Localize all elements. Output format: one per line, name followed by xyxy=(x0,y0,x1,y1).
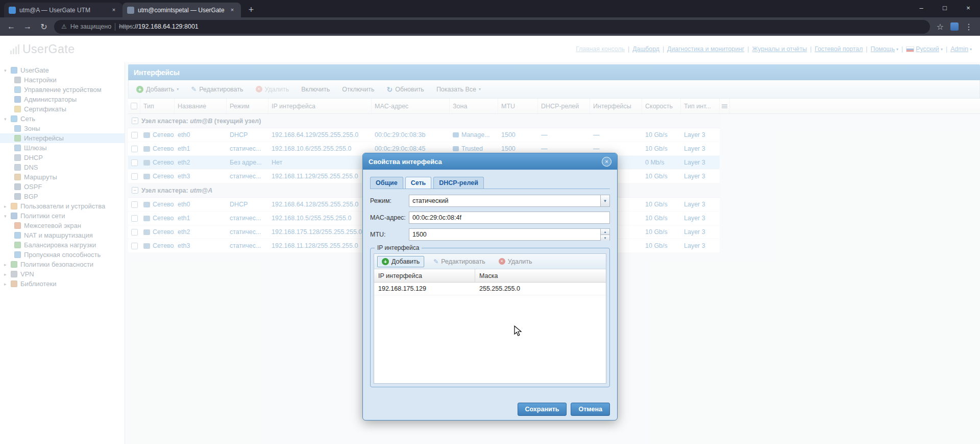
column-header[interactable]: MTU xyxy=(498,99,538,113)
bookmark-star-icon[interactable]: ☆ xyxy=(934,22,946,32)
delete-button[interactable]: ×Удалить xyxy=(252,84,293,95)
dialog-close-icon[interactable]: × xyxy=(602,157,611,167)
spinner-up-icon[interactable]: ▴ xyxy=(601,229,609,235)
tree-expander-icon[interactable]: ▸ xyxy=(4,282,11,287)
tab-close-icon[interactable]: × xyxy=(110,6,118,14)
row-checkbox[interactable] xyxy=(131,229,138,236)
column-header[interactable]: Название xyxy=(175,99,227,113)
sidebar-item[interactable]: Управление устройством xyxy=(0,85,125,95)
select-all-checkbox[interactable] xyxy=(131,103,137,109)
browser-tab-1[interactable]: utm@A — UserGate UTM × xyxy=(4,3,122,17)
sidebar-item[interactable]: Настройки xyxy=(0,75,125,85)
top-nav-link[interactable]: Главная консоль xyxy=(576,45,625,53)
maximize-button[interactable]: □ xyxy=(933,0,957,15)
mode-select[interactable]: статический ▾ xyxy=(409,195,610,207)
top-nav-link[interactable]: Диагностика и мониторинг xyxy=(667,45,744,53)
mac-input[interactable]: 00:0c:29:0c:08:4f xyxy=(409,212,610,224)
tree-expander-icon[interactable]: ▾ xyxy=(4,116,11,122)
row-checkbox[interactable] xyxy=(131,146,138,152)
sidebar-item[interactable]: BGP xyxy=(0,192,125,201)
sidebar-item[interactable]: Балансировка нагрузки xyxy=(0,240,125,250)
cancel-button[interactable]: Отмена xyxy=(571,403,610,416)
top-nav-link[interactable]: Дашборд xyxy=(632,45,659,53)
column-header[interactable]: Интерфейсы xyxy=(590,99,642,113)
reload-icon[interactable]: ↻ xyxy=(38,22,50,32)
dialog-header[interactable]: Свойства интерфейса × xyxy=(363,153,617,170)
sidebar-item[interactable]: ▸VPN xyxy=(0,269,125,279)
top-nav-link[interactable]: Журналы и отчёты xyxy=(752,45,807,53)
close-window-button[interactable]: × xyxy=(957,0,980,15)
extension-icon[interactable] xyxy=(950,22,959,31)
table-row[interactable]: Сетево...eth0DHCP192.168.64.129/255.255.… xyxy=(128,128,720,142)
sidebar-item[interactable]: DHCP xyxy=(0,153,125,162)
sidebar-item[interactable]: Шлюзы xyxy=(0,143,125,153)
forward-icon[interactable]: → xyxy=(21,22,34,31)
chevron-down-icon[interactable]: ▾ xyxy=(600,195,609,206)
sidebar-item[interactable]: ▸Библиотеки xyxy=(0,279,125,289)
add-button[interactable]: +Добавить▾ xyxy=(132,84,183,95)
row-checkbox[interactable] xyxy=(131,201,138,208)
url-bar[interactable]: ⚠ Не защищено https://192.168.64.129:800… xyxy=(54,20,930,34)
row-checkbox[interactable] xyxy=(131,132,138,138)
row-checkbox[interactable] xyxy=(131,159,138,166)
top-nav-link[interactable]: Admin▾ xyxy=(950,45,972,53)
sidebar-item[interactable]: Пропускная способность xyxy=(0,250,125,260)
edit-button[interactable]: ✎Редактировать xyxy=(187,83,247,95)
ip-add-button[interactable]: +Добавить xyxy=(377,256,424,267)
sidebar-item[interactable]: Маршруты xyxy=(0,172,125,182)
tree-expander-icon[interactable]: ▾ xyxy=(4,214,11,219)
sidebar-item[interactable]: NAT и маршрутизация xyxy=(0,230,125,240)
column-header[interactable]: Режим xyxy=(227,99,268,113)
tree-expander-icon[interactable]: ▾ xyxy=(4,68,11,73)
column-header[interactable]: Скорость xyxy=(642,99,681,113)
refresh-button[interactable]: ↻Обновить xyxy=(383,83,428,96)
group-row[interactable]: −Узел кластера: utm@B (текущий узел) xyxy=(128,114,720,128)
column-header[interactable]: MAC-адрес xyxy=(372,99,450,113)
mask-column-header[interactable]: Маска xyxy=(475,269,606,282)
new-tab-button[interactable]: + xyxy=(244,3,258,17)
row-checkbox[interactable] xyxy=(131,173,138,180)
browser-tab-2[interactable]: utm@comintspetal — UserGate × xyxy=(122,3,241,17)
sidebar-item[interactable]: ▾Политики сети xyxy=(0,211,125,221)
row-checkbox[interactable] xyxy=(131,243,138,249)
save-button[interactable]: Сохранить xyxy=(518,403,567,416)
top-nav-link[interactable]: Помощь▾ xyxy=(871,45,899,53)
sidebar-item[interactable]: ▸Пользователи и устройства xyxy=(0,201,125,211)
row-checkbox[interactable] xyxy=(131,215,138,222)
column-header[interactable]: Зона xyxy=(450,99,498,113)
tree-expander-icon[interactable]: ▸ xyxy=(4,204,11,209)
sidebar-item[interactable]: Интерфейсы xyxy=(0,133,125,143)
ip-column-header[interactable]: IP интерфейса xyxy=(374,269,475,282)
ip-edit-button[interactable]: ✎Редактировать xyxy=(429,256,489,267)
tab-network[interactable]: Сеть xyxy=(405,177,432,189)
tab-close-icon[interactable]: × xyxy=(228,6,236,14)
sidebar-item[interactable]: DNS xyxy=(0,162,125,172)
sidebar-item[interactable]: Зоны xyxy=(0,124,125,133)
collapse-icon[interactable]: − xyxy=(132,187,138,194)
sidebar-item[interactable]: ▸Политики безопасности xyxy=(0,260,125,269)
disable-button[interactable]: Отключить xyxy=(338,84,378,95)
column-menu-icon[interactable] xyxy=(720,99,730,113)
column-header[interactable]: Тип инт... xyxy=(681,99,720,113)
sidebar-item[interactable]: Сертификаты xyxy=(0,104,125,114)
ip-table-row[interactable]: 192.168.175.129255.255.255.0 xyxy=(374,283,606,295)
sidebar-item[interactable]: ▾UserGate xyxy=(0,65,125,75)
top-nav-link[interactable]: Гостевой портал xyxy=(815,45,863,53)
collapse-icon[interactable]: − xyxy=(132,118,138,124)
column-header[interactable]: Тип xyxy=(140,99,175,113)
browser-menu-icon[interactable]: ⋮ xyxy=(963,22,975,32)
column-header[interactable]: DHCP-релей xyxy=(538,99,590,113)
top-nav-link[interactable]: Русский▾ xyxy=(906,45,943,53)
mtu-stepper[interactable]: 1500 ▴▾ xyxy=(409,228,610,241)
spinner-down-icon[interactable]: ▾ xyxy=(601,235,609,241)
sidebar-item[interactable]: Администраторы xyxy=(0,95,125,104)
sidebar-item[interactable]: Межсетевой экран xyxy=(0,221,125,230)
sidebar-item[interactable]: ▾Сеть xyxy=(0,114,125,124)
tab-general[interactable]: Общие xyxy=(370,177,403,189)
column-header[interactable]: IP интерфейса xyxy=(268,99,372,113)
tree-expander-icon[interactable]: ▸ xyxy=(4,262,11,267)
not-secure-label[interactable]: Не защищено xyxy=(70,23,111,30)
back-icon[interactable]: ← xyxy=(5,22,17,31)
tree-expander-icon[interactable]: ▸ xyxy=(4,272,11,277)
show-all-button[interactable]: Показать Все▾ xyxy=(432,84,485,95)
